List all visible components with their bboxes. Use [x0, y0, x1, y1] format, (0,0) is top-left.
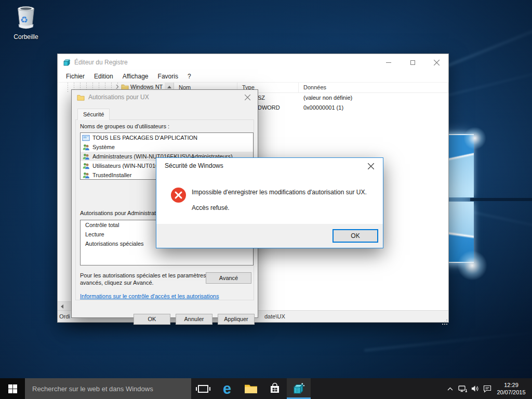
status-path-fragment: date\UX [264, 313, 285, 320]
close-button[interactable] [364, 161, 378, 171]
cell-data: (valeur non définie) [299, 93, 448, 103]
desktop-wallpaper: ♻ Corbeille Éditeur du Registre FichierE… [0, 0, 532, 399]
registry-title-bar[interactable]: Éditeur du Registre [58, 54, 448, 71]
tray-expand-button[interactable] [444, 378, 456, 399]
maximize-icon [410, 60, 415, 65]
network-tray-button[interactable] [456, 378, 469, 399]
folder-icon [77, 94, 85, 101]
arrow-left-icon [61, 304, 63, 309]
advanced-hint-line2: avancés, cliquez sur Avancé. [80, 279, 207, 286]
task-view-icon [198, 385, 208, 393]
arrow-up-icon [167, 86, 171, 88]
advanced-button[interactable]: Avancé [206, 272, 251, 284]
recycle-bin-label: Corbeille [9, 33, 43, 41]
file-explorer-button[interactable] [239, 378, 263, 399]
group-label: Système [92, 144, 115, 150]
cell-data: 0x00000001 (1) [299, 103, 448, 113]
dialog-title: Sécurité de Windows [165, 162, 223, 169]
ok-button[interactable]: OK [332, 229, 378, 243]
group-label: TOUS LES PACKAGES D'APPLICATION [92, 135, 197, 141]
error-message-line2: Accès refusé. [192, 204, 230, 211]
store-icon [269, 383, 281, 394]
taskbar: e [0, 378, 532, 399]
error-message-line1: Impossible d'enregistrer les modificatio… [192, 189, 367, 196]
users-icon [82, 143, 90, 151]
regedit-app-icon [292, 382, 305, 395]
group-label: Utilisateurs (WIN-NUT016 [92, 163, 158, 169]
recycle-symbol-icon: ♻ [20, 15, 28, 25]
ok-button[interactable]: OK [134, 314, 170, 325]
edge-icon: e [223, 381, 231, 396]
users-icon [82, 153, 90, 161]
apply-button[interactable]: Appliquer [218, 314, 255, 325]
resize-grip[interactable] [446, 320, 447, 321]
column-header[interactable]: Données [299, 83, 448, 92]
access-control-info-link[interactable]: Informations sur le contrôle d'accès et … [80, 293, 219, 299]
search-input[interactable] [25, 378, 191, 399]
regedit-app-icon [63, 58, 71, 66]
users-icon [82, 162, 90, 170]
error-icon [171, 188, 186, 203]
security-error-dialog: Sécurité de Windows Impossible d'enregis… [156, 157, 383, 248]
menu-item[interactable]: Favoris [153, 71, 183, 82]
permissions-label: Autorisations pour Administrateu [80, 210, 162, 216]
chevron-up-icon [447, 387, 453, 391]
store-button[interactable] [263, 378, 287, 399]
system-tray: 12:29 20/07/2015 [444, 378, 532, 399]
recycle-bin[interactable]: ♻ Corbeille [9, 4, 43, 41]
close-icon [368, 163, 374, 169]
close-button[interactable] [240, 92, 255, 102]
speaker-icon [471, 385, 480, 392]
menu-bar: FichierEditionAffichageFavoris? [58, 71, 448, 83]
edge-button[interactable]: e [215, 378, 239, 399]
group-label: TrustedInstaller [92, 172, 131, 178]
tab-security[interactable]: Sécurité [77, 109, 110, 120]
clock-time: 12:29 [494, 381, 529, 389]
advanced-hint: Pour les autorisations spéciales et les … [80, 272, 207, 286]
close-icon [434, 60, 440, 65]
minimize-button[interactable] [377, 54, 401, 71]
menu-item[interactable]: Affichage [118, 71, 153, 82]
menu-item[interactable]: ? [183, 71, 196, 82]
dialog-title: Autorisations pour UX [88, 94, 149, 101]
minimize-icon [386, 62, 391, 63]
file-explorer-icon [244, 383, 258, 394]
status-path-fragment: Ordi [59, 313, 70, 320]
maximize-button[interactable] [401, 54, 424, 71]
regedit-taskbar-button[interactable] [287, 378, 311, 399]
dialog-footer: OK [156, 224, 383, 248]
close-button[interactable] [424, 54, 448, 71]
start-button[interactable] [0, 378, 25, 399]
menu-item[interactable]: Edition [89, 71, 118, 82]
task-view-button[interactable] [191, 378, 215, 399]
users-icon [82, 171, 90, 179]
group-item[interactable]: TOUS LES PACKAGES D'APPLICATION [81, 133, 253, 142]
advanced-hint-line1: Pour les autorisations spéciales et les … [80, 272, 207, 279]
window-title: Éditeur du Registre [74, 59, 128, 66]
app-packages-icon [82, 134, 90, 142]
groups-label: Noms de groupes ou d'utilisateurs : [80, 123, 169, 129]
volume-tray-button[interactable] [469, 378, 481, 399]
close-icon [245, 95, 250, 100]
group-item[interactable]: Système [81, 142, 253, 152]
menu-item[interactable]: Fichier [61, 71, 89, 82]
clock-date: 20/07/2015 [494, 389, 529, 396]
clock[interactable]: 12:29 20/07/2015 [494, 381, 532, 396]
network-icon [458, 385, 467, 393]
tree-scroll-left-button[interactable] [58, 302, 66, 311]
permissions-title-bar[interactable]: Autorisations pour UX [72, 90, 258, 104]
action-center-icon [483, 385, 491, 393]
cancel-button[interactable]: Annuler [176, 314, 212, 325]
windows-start-icon [8, 384, 17, 393]
action-center-button[interactable] [481, 378, 494, 399]
